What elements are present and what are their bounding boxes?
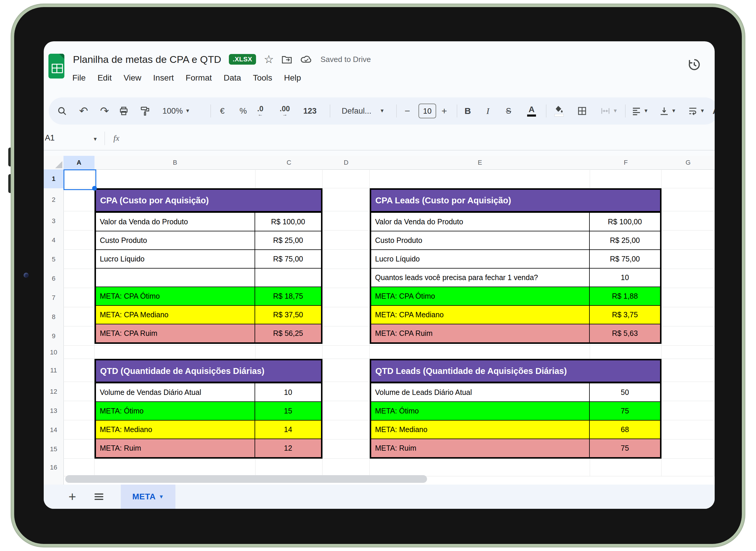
table-cell-label[interactable]: META: CPA Mediano bbox=[96, 306, 255, 324]
horizontal-align-button[interactable]: ▼ bbox=[632, 97, 649, 124]
horizontal-scrollbar[interactable] bbox=[65, 475, 427, 483]
sheet-tab-meta[interactable]: META ▼ bbox=[121, 485, 176, 509]
table-cell-label[interactable]: Volume de Vendas Diário Atual bbox=[96, 383, 255, 401]
text-wrap-button[interactable]: ▼ bbox=[688, 97, 705, 124]
table-cell-value[interactable]: 75 bbox=[589, 439, 660, 457]
number-format-button[interactable]: 123 bbox=[303, 97, 316, 124]
row-header-11[interactable]: 11 bbox=[44, 359, 64, 382]
vertical-align-button[interactable]: ▼ bbox=[660, 97, 676, 124]
menu-format[interactable]: Format bbox=[186, 73, 212, 83]
table-cell-value[interactable]: R$ 75,00 bbox=[255, 250, 321, 268]
strikethrough-button[interactable]: S bbox=[506, 97, 511, 124]
column-header-a[interactable]: A bbox=[63, 156, 95, 170]
menu-edit[interactable]: Edit bbox=[97, 73, 111, 83]
table-cell-value[interactable]: R$ 25,00 bbox=[255, 231, 321, 249]
row-header-2[interactable]: 2 bbox=[44, 188, 64, 211]
column-header-e[interactable]: E bbox=[370, 156, 590, 170]
menu-view[interactable]: View bbox=[123, 73, 141, 83]
row-header-8[interactable]: 8 bbox=[44, 307, 64, 327]
cell-a1-selection[interactable] bbox=[63, 169, 96, 190]
menu-tools[interactable]: Tools bbox=[253, 73, 272, 83]
decrease-decimal-icon[interactable]: .0← bbox=[257, 97, 263, 124]
undo-icon[interactable]: ↶ bbox=[79, 97, 88, 124]
row-header-1[interactable]: 1 bbox=[44, 169, 64, 188]
row-header-9[interactable]: 9 bbox=[44, 327, 64, 346]
column-header-d[interactable]: D bbox=[322, 156, 370, 170]
sheet-tab-dropdown-icon[interactable]: ▼ bbox=[159, 494, 164, 500]
table-cell-label[interactable]: META: CPA Ótimo bbox=[371, 287, 589, 305]
table-cell-label[interactable]: META: CPA Ótimo bbox=[96, 287, 255, 305]
text-color-button[interactable]: A bbox=[527, 97, 536, 124]
table-cell-label[interactable]: META: Mediano bbox=[371, 421, 589, 439]
table-cell-label[interactable]: META: Ruim bbox=[371, 439, 589, 457]
table-cell-label[interactable]: Custo Produto bbox=[371, 231, 589, 249]
row-header-7[interactable]: 7 bbox=[44, 288, 64, 308]
redo-icon[interactable]: ↷ bbox=[100, 97, 109, 124]
table-cell-value[interactable]: R$ 37,50 bbox=[255, 306, 321, 324]
table-cell-label[interactable]: Valor da Venda do Produto bbox=[96, 213, 255, 231]
table-cell-value[interactable]: R$ 100,00 bbox=[589, 213, 660, 231]
table-cell-value[interactable]: 10 bbox=[589, 268, 660, 287]
table-cell-label[interactable]: META: Mediano bbox=[96, 421, 255, 439]
selection-fill-handle[interactable] bbox=[92, 186, 97, 191]
table-cell-value[interactable]: R$ 18,75 bbox=[255, 287, 321, 305]
table-cell-label[interactable]: Quantos leads você precisa para fechar 1… bbox=[371, 268, 589, 287]
row-header-14[interactable]: 14 bbox=[44, 420, 64, 440]
table-cell-value[interactable]: R$ 5,63 bbox=[589, 324, 660, 342]
document-title[interactable]: Planilha de metas de CPA e QTD bbox=[73, 54, 221, 65]
row-header-5[interactable]: 5 bbox=[44, 250, 64, 269]
italic-button[interactable]: I bbox=[486, 97, 489, 124]
table-cell-value[interactable]: 15 bbox=[255, 402, 321, 420]
font-dropdown[interactable]: Defaul...▼ bbox=[342, 97, 385, 124]
table-cell-value[interactable]: 50 bbox=[589, 383, 660, 401]
table-cell-label[interactable]: Valor da Venda do Produto bbox=[371, 213, 589, 231]
row-header-10[interactable]: 10 bbox=[44, 346, 64, 359]
row-header-3[interactable]: 3 bbox=[44, 211, 64, 231]
table-cell-label[interactable]: Custo Produto bbox=[96, 231, 255, 249]
all-sheets-button[interactable] bbox=[94, 485, 103, 509]
table-cell-value[interactable]: R$ 56,25 bbox=[255, 324, 321, 342]
table-cell-label[interactable]: META: Ótimo bbox=[96, 402, 255, 420]
borders-button[interactable] bbox=[577, 97, 587, 124]
cloud-saved-icon[interactable] bbox=[300, 55, 313, 64]
table-cell-value[interactable]: 68 bbox=[589, 421, 660, 439]
add-sheet-button[interactable]: + bbox=[68, 485, 76, 509]
currency-format-button[interactable]: € bbox=[220, 97, 225, 124]
font-size-input[interactable]: 10 bbox=[419, 97, 436, 124]
print-icon[interactable] bbox=[119, 97, 129, 124]
zoom-dropdown[interactable]: 100%▼ bbox=[163, 97, 190, 124]
table-cell-value[interactable]: R$ 3,75 bbox=[589, 306, 660, 324]
table-cell-label[interactable]: Volume de Leads Diário Atual bbox=[371, 383, 589, 401]
table-cell-value[interactable] bbox=[255, 268, 321, 287]
menu-file[interactable]: File bbox=[72, 73, 86, 83]
table-cell-label[interactable]: META: CPA Ruim bbox=[371, 324, 589, 342]
table-cell-label[interactable]: META: CPA Mediano bbox=[371, 306, 589, 324]
fx-icon[interactable]: fx bbox=[113, 133, 119, 143]
paint-format-icon[interactable] bbox=[140, 97, 150, 124]
text-rotate-button[interactable]: A bbox=[713, 97, 715, 124]
table-cell-label[interactable] bbox=[96, 268, 255, 287]
menu-insert[interactable]: Insert bbox=[153, 73, 174, 83]
column-header-c[interactable]: C bbox=[255, 156, 323, 170]
column-header-g[interactable]: G bbox=[662, 156, 715, 170]
column-header-f[interactable]: F bbox=[590, 156, 662, 170]
select-all-corner[interactable] bbox=[44, 156, 64, 170]
table-cell-value[interactable]: 10 bbox=[255, 383, 321, 401]
increase-decimal-icon[interactable]: .00→ bbox=[280, 97, 290, 124]
menu-data[interactable]: Data bbox=[224, 73, 241, 83]
row-header-4[interactable]: 4 bbox=[44, 230, 64, 250]
sheets-logo-icon[interactable] bbox=[48, 54, 64, 78]
column-header-b[interactable]: B bbox=[94, 156, 256, 170]
table-cell-label[interactable]: META: Ruim bbox=[96, 439, 255, 457]
percent-format-button[interactable]: % bbox=[240, 97, 247, 124]
table-cell-value[interactable]: R$ 75,00 bbox=[589, 250, 660, 268]
row-header-13[interactable]: 13 bbox=[44, 401, 64, 421]
row-header-15[interactable]: 15 bbox=[44, 440, 64, 459]
row-header-6[interactable]: 6 bbox=[44, 269, 64, 288]
table-cell-value[interactable]: R$ 100,00 bbox=[255, 213, 321, 231]
row-header-16[interactable]: 16 bbox=[44, 459, 64, 477]
table-cell-label[interactable]: META: CPA Ruim bbox=[96, 324, 255, 342]
search-icon[interactable] bbox=[57, 97, 67, 124]
row-header-12[interactable]: 12 bbox=[44, 382, 64, 401]
name-box[interactable]: A1 bbox=[45, 133, 55, 142]
